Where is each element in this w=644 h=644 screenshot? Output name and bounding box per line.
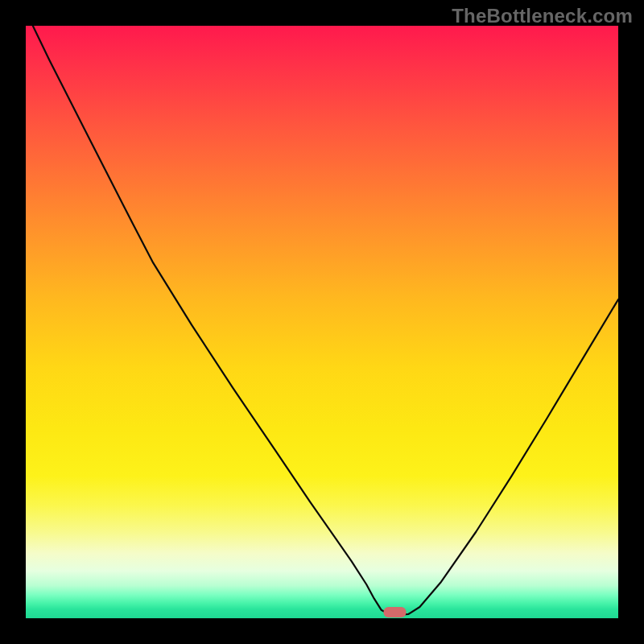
- plot-area: [26, 26, 618, 618]
- watermark-text: TheBottleneck.com: [452, 5, 633, 27]
- chart-frame: TheBottleneck.com: [0, 0, 644, 644]
- curve-layer: [26, 26, 618, 618]
- optimum-marker: [384, 607, 407, 617]
- bottleneck-curve: [33, 26, 618, 615]
